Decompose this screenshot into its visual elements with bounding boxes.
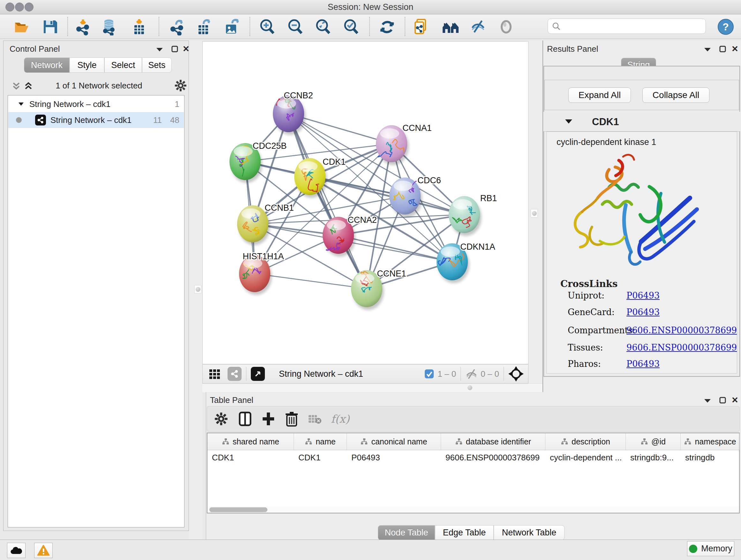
bottom-split-grip[interactable] [468, 385, 472, 390]
tab-select[interactable]: Select [105, 57, 142, 73]
results-panel-float-icon[interactable] [719, 45, 727, 53]
right-split-grip[interactable] [531, 209, 538, 217]
string-app-icon [35, 115, 46, 125]
create-column-icon[interactable] [261, 411, 275, 427]
search-box[interactable] [548, 18, 706, 34]
import-network-database-icon [100, 18, 118, 36]
selected-checkbox-icon[interactable] [424, 369, 434, 379]
tab-edge-table[interactable]: Edge Table [435, 525, 494, 540]
table-panel-menu-icon[interactable] [703, 398, 712, 403]
import-network-file-button[interactable] [74, 17, 92, 36]
tab-sets[interactable]: Sets [142, 57, 172, 73]
crosslink-link[interactable]: P06493 [626, 291, 660, 300]
crosslink-link[interactable]: P06493 [626, 359, 660, 369]
table-cell[interactable]: stringdb:9... [626, 450, 681, 465]
show-columns-icon[interactable] [238, 411, 253, 427]
gene-expander-icon[interactable] [564, 118, 573, 125]
control-panel-menu-icon[interactable] [155, 47, 164, 52]
detach-view-icon[interactable] [251, 367, 265, 381]
cloud-status-button[interactable] [7, 543, 25, 558]
column-header[interactable]: namespace [681, 433, 740, 450]
string-view-icon[interactable] [227, 367, 242, 381]
network-node[interactable]: CDKN1A [436, 242, 495, 283]
network-node[interactable]: CCNA1 [376, 123, 432, 165]
collapse-all-button[interactable]: Collapse All [643, 87, 710, 103]
save-session-button[interactable] [41, 17, 59, 36]
network-node[interactable]: CDK1 [294, 157, 346, 198]
table-cell[interactable]: cyclin-dependent ... [545, 450, 626, 465]
help-button[interactable]: ? [718, 18, 734, 37]
column-header[interactable]: canonical name [347, 433, 441, 450]
tab-style[interactable]: Style [70, 57, 105, 73]
network-node[interactable]: CCNA2 [323, 215, 377, 257]
delete-column-trash-icon[interactable] [285, 411, 298, 427]
first-neighbors-button[interactable] [441, 17, 460, 36]
crosslink-link[interactable]: 9606.ENSP00000378699 [626, 325, 737, 335]
tab-network[interactable]: Network [24, 57, 70, 73]
table-settings-gear-icon[interactable] [214, 412, 228, 426]
hide-selected-button[interactable] [469, 17, 488, 36]
import-table-file-button[interactable] [130, 17, 148, 36]
column-header[interactable]: description [545, 433, 626, 450]
table-cell[interactable]: 9606.ENSP00000378699 [441, 450, 545, 465]
table-cell[interactable]: CDK1 [294, 450, 347, 465]
memory-button[interactable]: Memory [687, 541, 734, 556]
export-table-button[interactable] [195, 17, 213, 36]
open-session-button[interactable] [13, 17, 31, 36]
grip-dot-icon [196, 287, 200, 292]
table-cell[interactable]: P06493 [347, 450, 441, 465]
network-node[interactable]: HIST1H1A [239, 252, 284, 295]
export-image-button[interactable] [223, 17, 241, 36]
node-label: CDK1 [323, 157, 346, 167]
table-panel-float-icon[interactable] [719, 396, 727, 404]
column-header[interactable]: database identifier [441, 433, 545, 450]
network-row[interactable]: String Network – cdk1 11 48 [8, 112, 184, 128]
network-node[interactable]: CCNE1 [351, 269, 406, 310]
collection-expander-icon[interactable] [18, 102, 24, 107]
apply-layout-button[interactable] [378, 17, 396, 36]
zoom-fit-button[interactable] [314, 17, 332, 36]
results-panel-close-icon[interactable]: ✕ [731, 44, 738, 54]
table-hscrollbar-thumb[interactable] [209, 507, 267, 512]
column-header[interactable]: shared name [207, 433, 294, 450]
zoom-selected-button[interactable] [342, 17, 360, 36]
warning-status-button[interactable] [34, 543, 53, 558]
column-type-icon [222, 438, 229, 445]
control-panel-float-icon[interactable] [171, 45, 179, 53]
network-node[interactable]: CDC25B [229, 141, 286, 183]
expand-all-icon[interactable] [23, 80, 34, 92]
column-header[interactable]: name [294, 433, 347, 450]
network-collection-row[interactable]: String Network – cdk1 1 [8, 96, 184, 112]
network-edge[interactable] [288, 114, 367, 289]
table-cell[interactable]: stringdb [681, 450, 740, 465]
search-input[interactable] [561, 21, 696, 31]
network-node[interactable]: RB1 [449, 193, 497, 236]
crosslink-link[interactable]: 9606.ENSP00000378699 [626, 343, 737, 353]
control-panel-close-icon[interactable]: ✕ [183, 44, 190, 54]
gear-icon[interactable] [174, 79, 187, 92]
network-node[interactable]: CCNB2 [273, 91, 313, 135]
tab-network-table[interactable]: Network Table [494, 525, 564, 540]
import-network-database-button[interactable] [99, 17, 118, 36]
collapse-all-icon[interactable] [11, 80, 22, 92]
table-hscrollbar-track[interactable] [207, 506, 738, 513]
tab-node-table[interactable]: Node Table [378, 525, 435, 540]
birds-eye-icon[interactable] [509, 366, 524, 381]
zoom-in-button[interactable] [258, 17, 276, 36]
network-node[interactable]: CCNB1 [237, 203, 294, 245]
table-cell[interactable]: CDK1 [207, 450, 294, 465]
network-canvas[interactable]: CCNB2CCNA1CDC25BCDK1CDC6RB1CCNB1CCNA2CDK… [202, 41, 529, 364]
expand-all-button[interactable]: Expand All [568, 87, 631, 103]
crosslink-link[interactable]: P06493 [626, 307, 660, 317]
zoom-out-button[interactable] [286, 17, 305, 36]
left-split-grip[interactable] [194, 285, 201, 294]
results-panel-menu-icon[interactable] [703, 47, 712, 52]
column-type-icon [684, 438, 691, 445]
grid-view-icon[interactable] [208, 368, 221, 380]
hidden-eye-icon[interactable] [465, 368, 478, 379]
clone-network-button[interactable] [413, 17, 431, 36]
show-all-button[interactable] [497, 17, 515, 36]
export-network-button[interactable] [168, 17, 186, 36]
table-panel-close-icon[interactable]: ✕ [731, 395, 738, 405]
column-header[interactable]: @id [626, 433, 681, 450]
